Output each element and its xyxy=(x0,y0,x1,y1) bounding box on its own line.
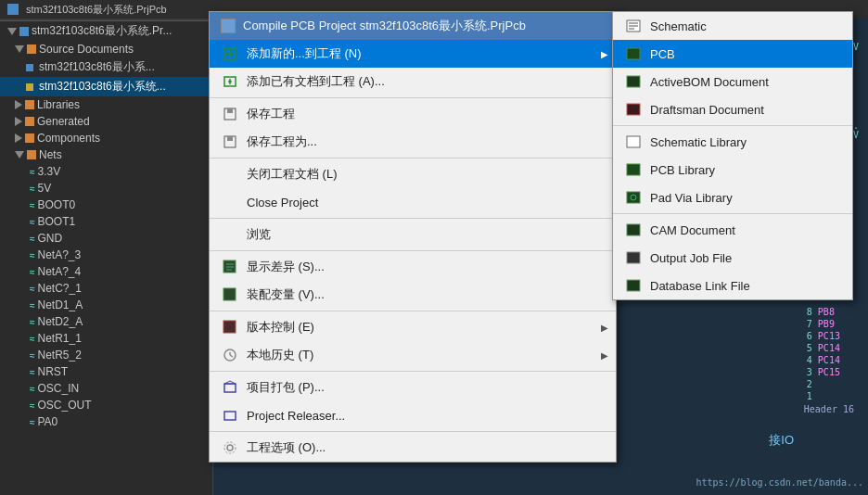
schem-lib-icon xyxy=(624,133,643,151)
net-osc-in[interactable]: ≈ OSC_IN xyxy=(0,380,212,397)
net-netd2a-icon: ≈ xyxy=(30,317,35,327)
net-osc-out[interactable]: ≈ OSC_OUT xyxy=(0,397,212,413)
add-new-icon xyxy=(221,44,239,63)
svg-rect-22 xyxy=(223,321,236,333)
close-project-label: Close Project xyxy=(247,196,605,209)
local-history-label: 本地历史 (T) xyxy=(247,347,605,363)
net-netd2a-label: NetD2_A xyxy=(38,315,83,328)
menu-save-project[interactable]: 保存工程 xyxy=(210,100,616,128)
db-link-icon xyxy=(624,276,643,295)
tree-nets[interactable]: Nets xyxy=(0,146,212,163)
net-osc-out-icon: ≈ xyxy=(30,400,35,411)
submenu-cam[interactable]: CAM Document xyxy=(613,216,852,244)
tree-components[interactable]: Components xyxy=(0,130,212,146)
net-netd1a[interactable]: ≈ NetD1_A xyxy=(0,297,212,313)
diff-icon xyxy=(221,258,239,276)
net-5v[interactable]: ≈ 5V xyxy=(0,180,212,197)
menu-variant[interactable]: 装配变量 (V)... xyxy=(210,281,616,309)
svg-line-25 xyxy=(230,355,233,357)
submenu-draftsman[interactable]: Draftsman Document xyxy=(613,95,852,123)
net-gnd[interactable]: ≈ GND xyxy=(0,230,212,247)
tree-schematic-file[interactable]: stm32f103c8t6最小系... xyxy=(0,57,212,77)
net-netr11-label: NetR1_1 xyxy=(38,332,82,345)
net-gnd-label: GND xyxy=(38,232,63,245)
net-3v3[interactable]: ≈ 3.3V xyxy=(0,163,212,180)
net-5v-label: 5V xyxy=(38,182,52,195)
pcb-lib-label: PCB Library xyxy=(650,163,841,177)
pcb-file-label: stm32f103c8t6最小系统... xyxy=(39,79,166,95)
menu-add-existing[interactable]: 添加已有文档到工程 (A)... xyxy=(210,68,616,95)
menu-show-diff[interactable]: 显示差异 (S)... xyxy=(210,253,616,281)
variant-icon xyxy=(221,286,239,304)
svg-rect-40 xyxy=(627,192,640,203)
menu-browse[interactable]: 浏览 xyxy=(210,221,616,248)
submenu-schematic[interactable]: Schematic xyxy=(613,12,852,40)
submenu-activebom[interactable]: ActiveBOM Document xyxy=(613,68,852,95)
svg-marker-27 xyxy=(224,381,236,384)
gen-expand-icon xyxy=(15,117,22,126)
submenu-output-job[interactable]: Output Job File xyxy=(613,244,852,272)
pcb-lib-icon xyxy=(624,160,643,179)
tree-project-root[interactable]: stm32f103c8t6最小系统.Pr... xyxy=(0,21,212,41)
compile-header[interactable]: Compile PCB Project stm32f103c8t6最小系统.Pr… xyxy=(210,12,616,40)
menu-close-project[interactable]: Close Project xyxy=(210,188,616,216)
menu-pack[interactable]: 项目打包 (P)... xyxy=(210,374,616,401)
svg-rect-28 xyxy=(224,412,236,420)
history-icon xyxy=(221,346,239,364)
net-boot1[interactable]: ≈ BOOT1 xyxy=(0,213,212,230)
menu-local-history[interactable]: 本地历史 (T) xyxy=(210,341,616,369)
add-existing-label: 添加已有文档到工程 (A)... xyxy=(247,73,605,90)
net-pa0[interactable]: ≈ PA0 xyxy=(0,413,212,430)
tree-libraries[interactable]: Libraries xyxy=(0,96,212,113)
close-docs-label: 关闭工程文档 (L) xyxy=(247,166,605,183)
menu-close-docs[interactable]: 关闭工程文档 (L) xyxy=(210,160,616,188)
svg-rect-43 xyxy=(627,252,640,263)
net-netc1[interactable]: ≈ NetC?_1 xyxy=(0,280,212,297)
net-netr11[interactable]: ≈ NetR1_1 xyxy=(0,330,212,347)
svg-rect-39 xyxy=(627,164,640,175)
menu-add-new[interactable]: 添加新的...到工程 (N) xyxy=(210,40,616,68)
db-link-label: Database Link File xyxy=(650,279,841,293)
net-pa0-label: PA0 xyxy=(38,415,58,428)
net-nrst[interactable]: ≈ NRST xyxy=(0,363,212,380)
pcb-file-icon xyxy=(26,83,33,91)
submenu-pad-via[interactable]: Pad Via Library xyxy=(613,184,852,211)
net-boot0[interactable]: ≈ BOOT0 xyxy=(0,197,212,213)
save-icon xyxy=(221,105,239,123)
submenu-pcb-lib[interactable]: PCB Library xyxy=(613,156,852,184)
main-context-menu: Compile PCB Project stm32f103c8t6最小系统.Pr… xyxy=(209,11,617,463)
submenu-schematic-lib[interactable]: Schematic Library xyxy=(613,128,852,156)
net-5v-icon: ≈ xyxy=(30,184,35,194)
svg-rect-26 xyxy=(224,384,236,392)
expand-icon xyxy=(7,28,17,35)
net-neta4[interactable]: ≈ NetA?_4 xyxy=(0,263,212,280)
net-boot1-icon: ≈ xyxy=(30,217,35,227)
submenu-pcb[interactable]: PCB xyxy=(613,40,852,68)
activebom-icon xyxy=(624,72,643,91)
net-neta3[interactable]: ≈ NetA?_3 xyxy=(0,247,212,263)
output-job-icon xyxy=(624,248,643,267)
net-netr52[interactable]: ≈ NetR5_2 xyxy=(0,347,212,363)
separator-4 xyxy=(210,250,616,251)
menu-save-project-as[interactable]: 保存工程为... xyxy=(210,128,616,156)
net-netc1-label: NetC?_1 xyxy=(38,282,82,295)
net-boot1-label: BOOT1 xyxy=(38,215,76,228)
schematic-sub-icon xyxy=(624,17,643,35)
generated-label: Generated xyxy=(37,115,90,128)
io-label: 接IO xyxy=(769,432,794,449)
tree-pcb-file[interactable]: stm32f103c8t6最小系统... xyxy=(0,77,212,96)
compile-label: Compile PCB Project stm32f103c8t6最小系统.Pr… xyxy=(243,18,526,34)
menu-version-control[interactable]: 版本控制 (E) xyxy=(210,313,616,341)
menu-release[interactable]: Project Releaser... xyxy=(210,401,616,429)
variant-label: 装配变量 (V)... xyxy=(247,286,605,303)
nets-folder-icon xyxy=(27,150,36,159)
menu-settings[interactable]: 工程选项 (O)... xyxy=(210,434,616,462)
components-label: Components xyxy=(37,132,100,145)
net-netd1a-icon: ≈ xyxy=(30,300,35,311)
net-netd2a[interactable]: ≈ NetD2_A xyxy=(0,313,212,330)
libraries-label: Libraries xyxy=(37,98,80,111)
tree-source-docs[interactable]: Source Documents xyxy=(0,41,212,57)
tree-generated[interactable]: Generated xyxy=(0,113,212,130)
submenu-db-link[interactable]: Database Link File xyxy=(613,272,852,299)
pcb-sub-label: PCB xyxy=(650,47,841,61)
